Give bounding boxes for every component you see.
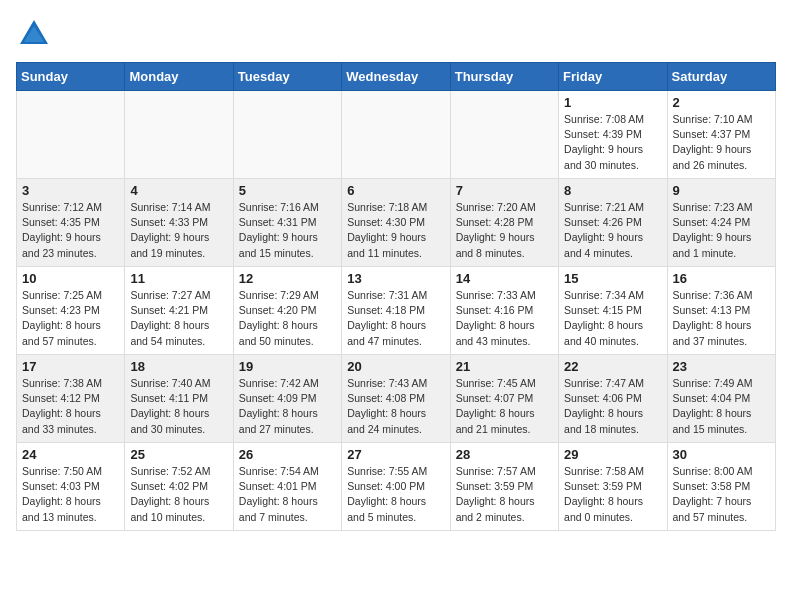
day-info: Sunrise: 7:45 AMSunset: 4:07 PMDaylight:… [456,376,553,437]
table-row [450,91,558,179]
day-number: 9 [673,183,770,198]
day-number: 10 [22,271,119,286]
day-number: 2 [673,95,770,110]
day-number: 27 [347,447,444,462]
table-row: 15Sunrise: 7:34 AMSunset: 4:15 PMDayligh… [559,267,667,355]
table-row: 8Sunrise: 7:21 AMSunset: 4:26 PMDaylight… [559,179,667,267]
day-info: Sunrise: 7:33 AMSunset: 4:16 PMDaylight:… [456,288,553,349]
table-row: 18Sunrise: 7:40 AMSunset: 4:11 PMDayligh… [125,355,233,443]
calendar-week-row: 1Sunrise: 7:08 AMSunset: 4:39 PMDaylight… [17,91,776,179]
table-row: 19Sunrise: 7:42 AMSunset: 4:09 PMDayligh… [233,355,341,443]
table-row: 3Sunrise: 7:12 AMSunset: 4:35 PMDaylight… [17,179,125,267]
table-row: 24Sunrise: 7:50 AMSunset: 4:03 PMDayligh… [17,443,125,531]
day-info: Sunrise: 7:34 AMSunset: 4:15 PMDaylight:… [564,288,661,349]
day-info: Sunrise: 7:38 AMSunset: 4:12 PMDaylight:… [22,376,119,437]
day-info: Sunrise: 7:10 AMSunset: 4:37 PMDaylight:… [673,112,770,173]
day-info: Sunrise: 7:36 AMSunset: 4:13 PMDaylight:… [673,288,770,349]
day-number: 22 [564,359,661,374]
day-info: Sunrise: 7:12 AMSunset: 4:35 PMDaylight:… [22,200,119,261]
day-info: Sunrise: 7:27 AMSunset: 4:21 PMDaylight:… [130,288,227,349]
table-row: 23Sunrise: 7:49 AMSunset: 4:04 PMDayligh… [667,355,775,443]
day-number: 30 [673,447,770,462]
day-info: Sunrise: 8:00 AMSunset: 3:58 PMDaylight:… [673,464,770,525]
col-monday: Monday [125,63,233,91]
calendar-table: Sunday Monday Tuesday Wednesday Thursday… [16,62,776,531]
day-info: Sunrise: 7:25 AMSunset: 4:23 PMDaylight:… [22,288,119,349]
day-info: Sunrise: 7:57 AMSunset: 3:59 PMDaylight:… [456,464,553,525]
day-number: 21 [456,359,553,374]
day-info: Sunrise: 7:55 AMSunset: 4:00 PMDaylight:… [347,464,444,525]
table-row: 27Sunrise: 7:55 AMSunset: 4:00 PMDayligh… [342,443,450,531]
day-info: Sunrise: 7:58 AMSunset: 3:59 PMDaylight:… [564,464,661,525]
col-sunday: Sunday [17,63,125,91]
table-row: 7Sunrise: 7:20 AMSunset: 4:28 PMDaylight… [450,179,558,267]
day-number: 29 [564,447,661,462]
table-row: 14Sunrise: 7:33 AMSunset: 4:16 PMDayligh… [450,267,558,355]
day-number: 7 [456,183,553,198]
table-row [233,91,341,179]
day-info: Sunrise: 7:29 AMSunset: 4:20 PMDaylight:… [239,288,336,349]
day-info: Sunrise: 7:47 AMSunset: 4:06 PMDaylight:… [564,376,661,437]
day-info: Sunrise: 7:20 AMSunset: 4:28 PMDaylight:… [456,200,553,261]
logo-icon [16,16,52,52]
table-row: 21Sunrise: 7:45 AMSunset: 4:07 PMDayligh… [450,355,558,443]
col-tuesday: Tuesday [233,63,341,91]
day-number: 12 [239,271,336,286]
table-row: 10Sunrise: 7:25 AMSunset: 4:23 PMDayligh… [17,267,125,355]
day-info: Sunrise: 7:08 AMSunset: 4:39 PMDaylight:… [564,112,661,173]
day-info: Sunrise: 7:49 AMSunset: 4:04 PMDaylight:… [673,376,770,437]
day-number: 3 [22,183,119,198]
day-number: 20 [347,359,444,374]
day-number: 15 [564,271,661,286]
calendar-body: 1Sunrise: 7:08 AMSunset: 4:39 PMDaylight… [17,91,776,531]
calendar-week-row: 17Sunrise: 7:38 AMSunset: 4:12 PMDayligh… [17,355,776,443]
day-number: 4 [130,183,227,198]
day-number: 6 [347,183,444,198]
day-info: Sunrise: 7:31 AMSunset: 4:18 PMDaylight:… [347,288,444,349]
col-wednesday: Wednesday [342,63,450,91]
day-number: 5 [239,183,336,198]
day-number: 16 [673,271,770,286]
day-info: Sunrise: 7:18 AMSunset: 4:30 PMDaylight:… [347,200,444,261]
table-row: 28Sunrise: 7:57 AMSunset: 3:59 PMDayligh… [450,443,558,531]
day-number: 19 [239,359,336,374]
day-info: Sunrise: 7:43 AMSunset: 4:08 PMDaylight:… [347,376,444,437]
day-number: 24 [22,447,119,462]
calendar-week-row: 24Sunrise: 7:50 AMSunset: 4:03 PMDayligh… [17,443,776,531]
calendar-week-row: 10Sunrise: 7:25 AMSunset: 4:23 PMDayligh… [17,267,776,355]
table-row: 9Sunrise: 7:23 AMSunset: 4:24 PMDaylight… [667,179,775,267]
logo [16,16,56,52]
col-saturday: Saturday [667,63,775,91]
day-number: 14 [456,271,553,286]
table-row: 2Sunrise: 7:10 AMSunset: 4:37 PMDaylight… [667,91,775,179]
day-number: 1 [564,95,661,110]
table-row: 20Sunrise: 7:43 AMSunset: 4:08 PMDayligh… [342,355,450,443]
table-row [342,91,450,179]
table-row [125,91,233,179]
table-row: 1Sunrise: 7:08 AMSunset: 4:39 PMDaylight… [559,91,667,179]
table-row: 29Sunrise: 7:58 AMSunset: 3:59 PMDayligh… [559,443,667,531]
day-number: 26 [239,447,336,462]
table-row: 6Sunrise: 7:18 AMSunset: 4:30 PMDaylight… [342,179,450,267]
calendar-header: Sunday Monday Tuesday Wednesday Thursday… [17,63,776,91]
day-number: 8 [564,183,661,198]
day-info: Sunrise: 7:40 AMSunset: 4:11 PMDaylight:… [130,376,227,437]
day-info: Sunrise: 7:21 AMSunset: 4:26 PMDaylight:… [564,200,661,261]
day-info: Sunrise: 7:54 AMSunset: 4:01 PMDaylight:… [239,464,336,525]
day-number: 23 [673,359,770,374]
calendar-week-row: 3Sunrise: 7:12 AMSunset: 4:35 PMDaylight… [17,179,776,267]
table-row: 5Sunrise: 7:16 AMSunset: 4:31 PMDaylight… [233,179,341,267]
day-info: Sunrise: 7:52 AMSunset: 4:02 PMDaylight:… [130,464,227,525]
table-row: 17Sunrise: 7:38 AMSunset: 4:12 PMDayligh… [17,355,125,443]
day-info: Sunrise: 7:50 AMSunset: 4:03 PMDaylight:… [22,464,119,525]
day-number: 11 [130,271,227,286]
table-row: 16Sunrise: 7:36 AMSunset: 4:13 PMDayligh… [667,267,775,355]
table-row: 22Sunrise: 7:47 AMSunset: 4:06 PMDayligh… [559,355,667,443]
day-info: Sunrise: 7:16 AMSunset: 4:31 PMDaylight:… [239,200,336,261]
table-row: 30Sunrise: 8:00 AMSunset: 3:58 PMDayligh… [667,443,775,531]
day-number: 18 [130,359,227,374]
day-info: Sunrise: 7:14 AMSunset: 4:33 PMDaylight:… [130,200,227,261]
col-thursday: Thursday [450,63,558,91]
day-info: Sunrise: 7:23 AMSunset: 4:24 PMDaylight:… [673,200,770,261]
day-number: 25 [130,447,227,462]
